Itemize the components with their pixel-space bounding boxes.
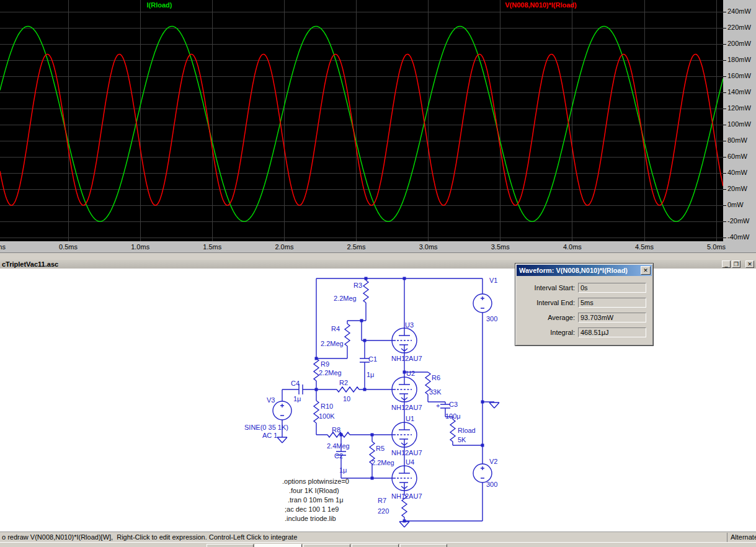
dialog-close-button[interactable]: ✕ (641, 266, 651, 275)
waveform-viewer-pane: I(Rload) V(N008,N010)*I(Rload) 240mW220m… (0, 0, 756, 252)
voltage-source-symbol (273, 401, 291, 420)
y-tick-label: -40mW (727, 233, 749, 241)
svg-text:V3: V3 (267, 396, 275, 404)
x-axis[interactable]: 0.0ms0.5ms1.0ms1.5ms2.0ms2.5ms3.0ms3.5ms… (0, 241, 756, 252)
resistor-R6[interactable]: R6 33K (425, 372, 442, 396)
trace-label-green[interactable]: I(Rload) (135, 1, 184, 9)
taskbar-button[interactable] (352, 544, 399, 547)
integral-label: Integral: (515, 327, 575, 338)
taskbar-button[interactable] (255, 544, 302, 547)
dialog-titlebar[interactable]: Waveform: V(N008,N010)*I(Rload) (517, 265, 652, 276)
y-tick-label: 200mW (727, 40, 751, 47)
x-tick-label: 4.0ms (558, 243, 587, 251)
interval-start-label: Interval Start: (515, 283, 575, 293)
svg-text:300: 300 (486, 481, 497, 488)
y-tick-label: 120mW (727, 104, 751, 112)
svg-text:U1: U1 (406, 415, 414, 422)
x-tick-label: 5.0ms (701, 243, 731, 251)
resistor-symbol (363, 280, 368, 303)
svg-text:U4: U4 (406, 458, 414, 466)
svg-text:NH12AU7: NH12AU7 (391, 492, 422, 500)
svg-text:R5: R5 (376, 445, 385, 452)
source-V2[interactable]: V2 300 (473, 458, 497, 488)
ltspice-application: { "colors": { "plot_background": "#00000… (0, 0, 756, 547)
svg-text:R9: R9 (321, 360, 329, 368)
capacitor-C1[interactable]: C1 1μ (360, 355, 377, 378)
svg-text:2.2Meg: 2.2Meg (321, 340, 344, 347)
voltage-source-symbol (473, 294, 492, 313)
svg-text:NH12AU7: NH12AU7 (391, 449, 422, 456)
resistor-R4[interactable]: R4 2.2Meg (321, 324, 350, 347)
dialog-row: Interval Start: 0s (515, 283, 653, 293)
taskbar-button[interactable] (400, 544, 447, 547)
tube-U3[interactable]: U3 NH12AU7 (391, 321, 422, 362)
tube-U1[interactable]: U1 NH12AU7 (391, 415, 422, 456)
spice-directives[interactable]: .options plotwinsize=0 .four 1K I(Rload)… (282, 478, 349, 522)
svg-text:R4: R4 (331, 325, 340, 332)
svg-text:U2: U2 (406, 370, 415, 377)
capacitor-C4[interactable]: C4 1μ (291, 380, 303, 402)
integral-field[interactable]: 468.51μJ (578, 327, 646, 337)
average-field[interactable]: 93.703mW (578, 313, 646, 322)
tube-U4[interactable]: U4 NH12AU7 (391, 458, 422, 500)
voltage-source-symbol (473, 464, 492, 483)
svg-text:R2: R2 (339, 379, 348, 386)
svg-text:+: + (436, 402, 440, 409)
minimize-button[interactable]: _ (722, 260, 731, 268)
capacitor-C3[interactable]: + C3 100μ (436, 401, 461, 420)
dialog-row: Interval End: 5ms (515, 298, 653, 308)
svg-text:R3: R3 (354, 282, 362, 289)
resistor-symbol (345, 324, 350, 346)
tube-U2[interactable]: U2 NH12AU7 (391, 370, 422, 411)
resistor-R8[interactable]: R8 2.4Meg (327, 426, 350, 450)
resistor-symbol (314, 401, 319, 423)
y-tick-label: 20mW (727, 185, 747, 192)
status-bar: o redraw V(N008,N010)*I(Rload)[W], Right… (0, 531, 756, 543)
svg-text:5K: 5K (458, 436, 466, 443)
resistor-R5[interactable]: R5 2.2Meg (370, 442, 394, 466)
schematic-window-title: cTripletVac11.asc (2, 260, 58, 268)
svg-text:SINE(0 35 1K): SINE(0 35 1K) (244, 424, 288, 431)
svg-text:V2: V2 (489, 458, 497, 465)
x-tick-label: 3.0ms (414, 243, 443, 251)
taskbar (0, 542, 756, 547)
resistor-R2[interactable]: R2 10 (337, 379, 359, 402)
y-axis[interactable]: 240mW220mW200mW180mW160mW140mW120mW100mW… (723, 0, 756, 241)
source-V1[interactable]: V1 300 (473, 277, 497, 322)
taskbar-button[interactable] (303, 544, 350, 547)
interval-end-field[interactable]: 5ms (578, 298, 646, 308)
resistor-R3[interactable]: R3 2.2Meg (334, 280, 368, 303)
interval-end-label: Interval End: (515, 298, 575, 308)
y-tick-label: 100mW (727, 120, 751, 128)
svg-text:C1: C1 (368, 355, 377, 363)
plot-area[interactable]: I(Rload) V(N008,N010)*I(Rload) (0, 0, 723, 241)
svg-text:;ac dec 100 1 1e9: ;ac dec 100 1 1e9 (285, 505, 339, 513)
restore-button[interactable]: ❐ (732, 260, 740, 268)
source-V3[interactable]: V3 SINE(0 35 1K) AC 1 (244, 396, 291, 439)
capacitor-C2[interactable]: C2 1μ (334, 451, 347, 474)
y-tick-label: -20mW (727, 217, 749, 225)
svg-text:V1: V1 (489, 277, 497, 284)
resistor-symbol (314, 358, 319, 381)
resistor-Rload[interactable]: Rload 5K (450, 419, 476, 443)
trace-green (0, 26, 723, 221)
svg-text:2.4Meg: 2.4Meg (327, 442, 350, 450)
resistor-symbol (337, 387, 359, 392)
svg-text:C4: C4 (291, 380, 300, 387)
svg-text:100μ: 100μ (445, 412, 461, 420)
svg-text:33K: 33K (429, 388, 442, 396)
interval-start-field[interactable]: 0s (578, 283, 646, 293)
close-button[interactable]: ✕ (745, 260, 754, 268)
svg-text:220: 220 (378, 507, 389, 515)
trace-label-red[interactable]: V(N008,N010)*I(Rload) (497, 1, 584, 9)
svg-text:Rload: Rload (458, 427, 476, 434)
svg-text:.options plotwinsize=0: .options plotwinsize=0 (282, 478, 349, 485)
resistor-R9[interactable]: R9 2.2Meg (314, 358, 342, 381)
resistor-R10[interactable]: R10 100K (314, 401, 335, 423)
svg-text:1μ: 1μ (293, 395, 301, 402)
svg-text:300: 300 (486, 315, 497, 322)
taskbar-button[interactable] (207, 544, 254, 547)
x-tick-label: 2.5ms (342, 243, 371, 251)
svg-text:.four 1K I(Rload): .four 1K I(Rload) (289, 487, 339, 494)
y-tick-label: 140mW (727, 88, 751, 96)
